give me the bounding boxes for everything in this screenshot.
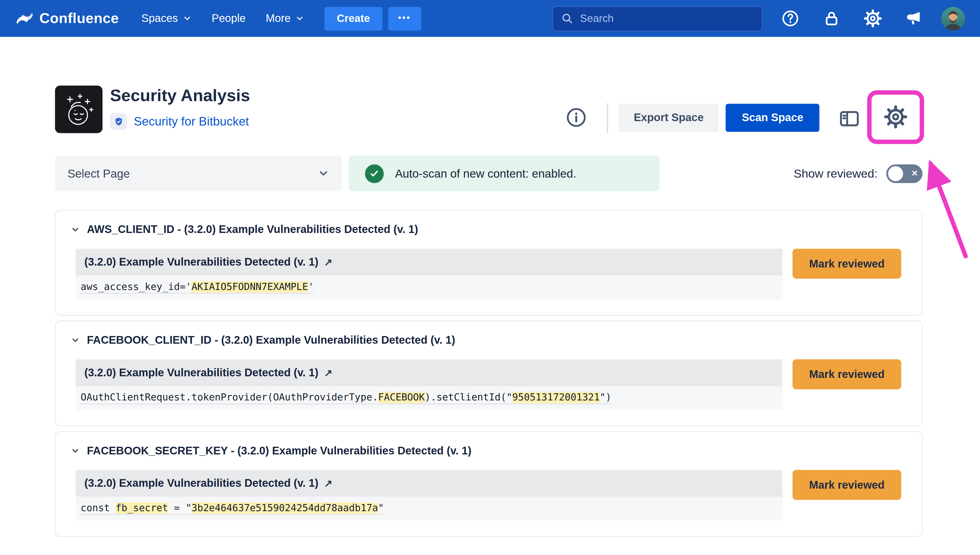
space-link-row[interactable]: Security for Bitbucket <box>110 113 250 130</box>
code-segment-highlight: AKIAIO5FODNN7EXAMPLE <box>191 281 308 292</box>
code-segment-highlight: 950513172001321 <box>512 392 600 403</box>
snippet: (3.2.0) Example Vulnerabilities Detected… <box>75 470 783 521</box>
mark-reviewed-button[interactable]: Mark reviewed <box>792 470 901 500</box>
user-avatar[interactable] <box>942 6 965 30</box>
chevron-down-icon <box>295 14 304 23</box>
show-reviewed-label: Show reviewed: <box>794 167 877 180</box>
lock-button[interactable] <box>818 5 845 32</box>
nav-more-label: More <box>266 12 290 25</box>
code-segment: ).setClientId(" <box>425 392 512 403</box>
code-segment: aws_access_key_id=' <box>80 281 191 292</box>
toggle-knob <box>888 166 903 181</box>
brand-name: Confluence <box>40 10 119 27</box>
finding-title: FACEBOOK_SECRET_KEY - (3.2.0) Example Vu… <box>87 444 472 457</box>
avatar-image <box>942 6 965 30</box>
autoscan-banner: Auto-scan of new content: enabled. <box>349 156 659 191</box>
search-input[interactable] <box>580 12 754 25</box>
external-link-icon: ↗ <box>324 478 332 489</box>
nav-people-label: People <box>212 12 245 25</box>
code-line: aws_access_key_id='AKIAIO5FODNN7EXAMPLE' <box>80 281 314 294</box>
filter-row: Select Page Auto-scan of new content: en… <box>55 156 923 191</box>
snippet: (3.2.0) Example Vulnerabilities Detected… <box>75 359 783 410</box>
annotation-arrow <box>931 164 966 256</box>
card-body: (3.2.0) Example Vulnerabilities Detected… <box>75 470 901 521</box>
code-segment: const <box>80 502 115 513</box>
nav-people[interactable]: People <box>212 12 245 25</box>
confluence-home-link[interactable]: Confluence <box>16 10 119 27</box>
chevron-down-icon <box>71 335 80 345</box>
info-button[interactable] <box>566 107 587 128</box>
space-link[interactable]: Security for Bitbucket <box>134 114 249 128</box>
external-link-icon: ↗ <box>324 256 332 268</box>
chevron-down-icon <box>318 167 329 179</box>
findings-list: AWS_CLIENT_ID - (3.2.0) Example Vulnerab… <box>55 210 923 537</box>
nav-more[interactable]: More <box>266 12 304 25</box>
announcements-button[interactable] <box>900 5 927 32</box>
snippet-page-title: (3.2.0) Example Vulnerabilities Detected… <box>85 256 319 269</box>
card-body: (3.2.0) Example Vulnerabilities Detected… <box>75 249 901 299</box>
top-navbar: Confluence Spaces People More Create ••• <box>0 0 980 37</box>
confluence-logo-icon <box>16 10 33 27</box>
search-icon <box>561 12 574 25</box>
success-check-icon <box>365 164 384 183</box>
title-block: Security Analysis Security for Bitbucket <box>110 85 250 130</box>
space-settings-button[interactable] <box>884 105 908 129</box>
mark-reviewed-button[interactable]: Mark reviewed <box>792 359 901 389</box>
mark-reviewed-button[interactable]: Mark reviewed <box>792 249 901 279</box>
card-collapse-header[interactable]: AWS_CLIENT_ID - (3.2.0) Example Vulnerab… <box>56 219 922 240</box>
nav-spaces[interactable]: Spaces <box>141 12 192 25</box>
gear-icon <box>884 105 908 129</box>
nav-spaces-label: Spaces <box>141 12 178 25</box>
external-link-icon: ↗ <box>324 367 332 379</box>
create-button[interactable]: Create <box>324 6 382 30</box>
export-space-button[interactable]: Export Space <box>619 104 719 132</box>
chevron-down-icon <box>182 14 192 23</box>
help-icon <box>781 9 799 27</box>
card-collapse-header[interactable]: FACEBOOK_SECRET_KEY - (3.2.0) Example Vu… <box>56 440 922 461</box>
code-line: const fb_secret = "3b2e464637e5159024254… <box>80 502 384 515</box>
finding-title: FACEBOOK_CLIENT_ID - (3.2.0) Example Vul… <box>87 333 456 346</box>
info-icon <box>566 107 587 128</box>
select-page-dropdown[interactable]: Select Page <box>55 156 342 191</box>
space-avatar[interactable] <box>55 85 103 133</box>
finding-title: AWS_CLIENT_ID - (3.2.0) Example Vulnerab… <box>87 223 418 236</box>
space-shield-badge <box>110 113 127 130</box>
show-reviewed-group: Show reviewed: × <box>794 164 922 183</box>
code-line: OAuthClientRequest.tokenProvider(OAuthPr… <box>80 392 611 404</box>
search-box[interactable] <box>552 6 762 31</box>
help-button[interactable] <box>776 5 804 32</box>
shield-icon <box>113 116 124 127</box>
space-avatar-doodle <box>59 89 99 129</box>
code-segment-highlight: FACEBOOK <box>378 392 425 403</box>
snippet-code: const fb_secret = "3b2e464637e5159024254… <box>75 497 783 521</box>
page-header: Security Analysis Security for Bitbucket… <box>0 85 980 156</box>
toggle-cross-icon: × <box>912 167 917 179</box>
code-segment: " <box>378 502 384 513</box>
card-collapse-header[interactable]: FACEBOOK_CLIENT_ID - (3.2.0) Example Vul… <box>56 329 922 351</box>
sidebar-layout-button[interactable] <box>837 106 862 131</box>
select-page-label: Select Page <box>67 167 130 180</box>
snippet-page-link[interactable]: (3.2.0) Example Vulnerabilities Detected… <box>75 359 783 386</box>
code-segment: OAuthClientRequest.tokenProvider(OAuthPr… <box>80 392 378 403</box>
gear-icon <box>863 9 882 27</box>
code-segment-highlight: fb_secret <box>115 502 168 513</box>
page-title: Security Analysis <box>110 85 250 106</box>
finding-card-aws-client-id: AWS_CLIENT_ID - (3.2.0) Example Vulnerab… <box>55 210 923 316</box>
snippet-page-title: (3.2.0) Example Vulnerabilities Detected… <box>85 477 319 490</box>
snippet-page-link[interactable]: (3.2.0) Example Vulnerabilities Detected… <box>75 249 783 276</box>
show-reviewed-toggle[interactable]: × <box>886 164 922 183</box>
finding-card-facebook-client-id: FACEBOOK_CLIENT_ID - (3.2.0) Example Vul… <box>55 321 923 426</box>
chevron-down-icon <box>71 446 80 455</box>
chevron-down-icon <box>71 225 80 234</box>
nav-ellipsis-button[interactable]: ••• <box>388 6 421 30</box>
code-segment-highlight: 3b2e464637e5159024254dd78aadb17a <box>191 502 378 513</box>
check-icon <box>369 168 380 179</box>
snippet-page-link[interactable]: (3.2.0) Example Vulnerabilities Detected… <box>75 470 783 497</box>
scan-space-button[interactable]: Scan Space <box>726 104 820 132</box>
code-segment: = " <box>168 502 191 513</box>
snippet-code: aws_access_key_id='AKIAIO5FODNN7EXAMPLE' <box>75 276 783 299</box>
megaphone-icon <box>905 9 923 27</box>
card-body: (3.2.0) Example Vulnerabilities Detected… <box>75 359 901 410</box>
settings-button[interactable] <box>859 5 886 32</box>
confluence-page: Confluence Spaces People More Create ••• <box>0 0 980 555</box>
